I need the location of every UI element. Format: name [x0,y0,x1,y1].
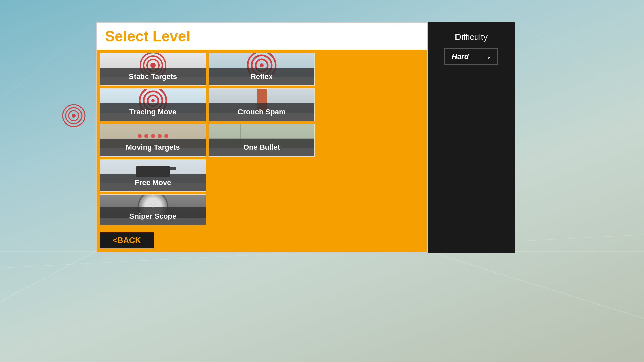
dot5 [164,134,168,138]
svg-line-3 [428,251,644,318]
empty-slot-6 [209,194,315,225]
svg-point-19 [260,63,264,67]
dot4 [158,134,162,138]
label-free-move: Free Move [100,174,206,191]
difficulty-label: Difficulty [455,32,488,42]
svg-point-15 [150,63,156,68]
levels-grid: Static Targets Reflex [97,50,427,229]
label-tracing-move: Tracing Move [100,103,206,121]
empty-slot-4 [209,159,315,192]
empty-slot-5 [317,159,423,192]
level-card-tracing-move[interactable]: Tracing Move [100,88,206,121]
panel-header: Select Level [97,23,427,50]
dot1 [138,134,142,138]
svg-line-7 [436,255,644,285]
back-button[interactable]: <BACK [100,232,154,248]
level-card-one-bullet[interactable]: One Bullet [209,124,315,157]
level-card-free-move[interactable]: Free Move [100,159,206,192]
label-sniper-scope: Sniper Scope [100,207,206,225]
empty-slot-3 [317,124,423,157]
svg-point-23 [151,99,155,102]
empty-slot-7 [317,194,423,225]
chevron-down-icon: ⌄ [486,54,491,60]
level-card-crouch-spam[interactable]: Crouch Spam [209,88,315,121]
main-panel: Select Level Static Targets [96,22,428,253]
dot3 [151,134,155,138]
label-reflex: Reflex [209,68,314,85]
svg-line-2 [0,251,96,302]
level-card-static-targets[interactable]: Static Targets [100,53,206,86]
decorative-target [62,104,86,127]
label-one-bullet: One Bullet [209,139,314,156]
label-static-targets: Static Targets [100,68,206,85]
level-card-sniper-scope[interactable]: Sniper Scope [100,194,206,225]
level-card-moving-targets[interactable]: Moving Targets [100,124,206,157]
level-card-reflex[interactable]: Reflex [209,53,315,86]
svg-line-6 [0,255,168,285]
empty-slot-2 [317,88,423,121]
label-crouch-spam: Crouch Spam [209,103,314,121]
svg-line-5 [515,22,644,101]
empty-slot-1 [317,53,423,86]
dot2 [144,134,148,138]
label-moving-targets: Moving Targets [100,139,206,156]
difficulty-dropdown[interactable]: Hard ⌄ [444,48,498,65]
svg-point-11 [72,114,76,118]
page-title: Select Level [105,28,190,45]
svg-line-4 [0,22,96,101]
bottom-bar: <BACK [97,229,427,252]
difficulty-value: Hard [452,52,469,61]
sidebar: Difficulty Hard ⌄ [428,22,515,253]
